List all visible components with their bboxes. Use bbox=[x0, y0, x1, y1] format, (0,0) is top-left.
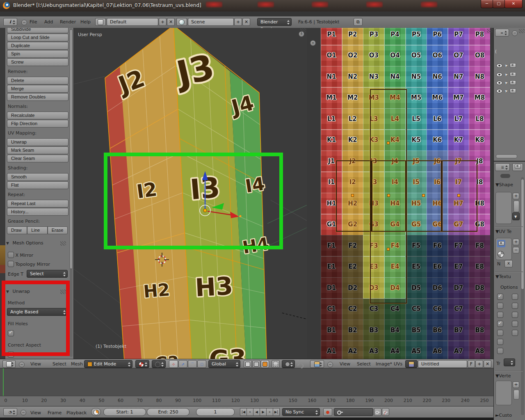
shape-keys-panel-header[interactable]: ▼Shape bbox=[495, 182, 513, 187]
uv-maps-list[interactable] bbox=[495, 238, 512, 260]
option-checkbox[interactable] bbox=[497, 339, 503, 345]
option-checkbox[interactable] bbox=[512, 312, 518, 318]
uv-map-active-item[interactable] bbox=[497, 240, 505, 247]
object-data-tab-button[interactable] bbox=[512, 163, 523, 171]
tool-button-flat[interactable]: Flat bbox=[7, 181, 68, 189]
option-checkbox[interactable] bbox=[497, 312, 503, 318]
vertex-select-mode-button[interactable] bbox=[244, 360, 252, 368]
add-scene-button[interactable]: + bbox=[234, 18, 242, 26]
uv-menu-image[interactable]: Image* bbox=[376, 361, 392, 367]
tool-button-history-[interactable]: History... bbox=[7, 208, 68, 216]
delete-scene-button[interactable]: ✕ bbox=[242, 18, 250, 26]
edge-select-mode-button[interactable] bbox=[252, 360, 260, 368]
texture-panel-header[interactable]: ▼Textu bbox=[495, 274, 511, 279]
delete-layout-button[interactable]: ✕ bbox=[167, 18, 175, 26]
editor-type-image-button[interactable] bbox=[310, 360, 324, 368]
outliner-editor[interactable]: ≡ − ( ➤➤➤➤ bbox=[494, 28, 525, 162]
uv-face-center-dot[interactable] bbox=[387, 248, 390, 251]
custom-properties-panel-header[interactable]: ►Custo bbox=[495, 413, 512, 418]
remove-uv-map-button[interactable]: − bbox=[513, 247, 519, 253]
face-select-mode-button[interactable] bbox=[261, 360, 269, 368]
image-name-field[interactable]: Untitled bbox=[418, 360, 467, 368]
renderability-camera-icon[interactable] bbox=[510, 72, 516, 77]
uv-face-center-dot[interactable] bbox=[351, 194, 354, 197]
viewport-menu-view[interactable]: View bbox=[30, 361, 41, 367]
next-keyframe-button[interactable]: » bbox=[266, 408, 273, 416]
shape-key-specials-menu[interactable]: ▼ bbox=[512, 212, 520, 220]
panel-mesh-options-header[interactable]: ▼ Mesh Options bbox=[6, 240, 68, 247]
option-checkbox[interactable] bbox=[497, 330, 503, 336]
viewport-menu-mesh[interactable]: Mesh bbox=[71, 361, 83, 367]
tool-button-spin[interactable]: Spin bbox=[7, 50, 68, 58]
collapse-menus-icon[interactable]: − bbox=[19, 362, 25, 368]
topology-mirror-checkbox[interactable] bbox=[8, 261, 14, 267]
screen-layout-icon-button[interactable] bbox=[95, 18, 106, 26]
collapse-menus-icon[interactable]: − bbox=[327, 362, 333, 368]
option-checkbox[interactable] bbox=[512, 321, 518, 327]
selectability-cursor-icon[interactable]: ➤ bbox=[504, 88, 509, 94]
keying-set-field[interactable] bbox=[334, 408, 373, 416]
editor-type-timeline-button[interactable]: ◔ bbox=[3, 408, 17, 416]
option-checkbox[interactable]: ✓ bbox=[497, 321, 503, 327]
play-button[interactable]: ▶ bbox=[260, 408, 267, 416]
editor-type-properties-button[interactable]: ☰ bbox=[495, 163, 510, 171]
current-frame-field[interactable]: 1 bbox=[196, 408, 235, 416]
scale-manipulator-button[interactable]: ◻ bbox=[197, 360, 206, 368]
uv-face-center-dot[interactable] bbox=[422, 194, 425, 197]
tool-button-merge[interactable]: Merge bbox=[7, 85, 68, 93]
vertex-groups-list[interactable] bbox=[495, 381, 512, 405]
option-checkbox[interactable] bbox=[512, 303, 518, 309]
preview-range-button[interactable] bbox=[91, 408, 101, 416]
unlink-image-button[interactable]: ✕ bbox=[484, 360, 491, 368]
outliner-hscrollbar[interactable] bbox=[496, 154, 517, 158]
tool-button-recalculate[interactable]: Recalculate bbox=[7, 112, 68, 119]
minimize-button[interactable]: ─ bbox=[481, 0, 493, 8]
translate-manipulator-button[interactable]: ➚ bbox=[178, 360, 187, 368]
add-shape-key-button[interactable]: + bbox=[513, 193, 519, 199]
uv-maps-panel-header[interactable]: ▼UV Te bbox=[495, 229, 511, 234]
tool-button-repeat-last[interactable]: Repeat Last bbox=[7, 200, 68, 208]
tool-button-erase[interactable]: Erase bbox=[48, 226, 68, 234]
corner-resize-grip[interactable] bbox=[487, 28, 493, 33]
timeline-menu-playback[interactable]: Playback bbox=[66, 410, 87, 415]
shape-key-mini-scroll[interactable] bbox=[514, 201, 519, 212]
manipulator-toggle-button[interactable]: ⊹ bbox=[169, 360, 178, 368]
render-engine-select[interactable]: Blender Render bbox=[257, 18, 292, 26]
sync-mode-select[interactable]: No Sync bbox=[282, 408, 320, 416]
uv-image-editor[interactable]: + P1P2P3P4P5P6P7P8O1O2O3O4O5O6O7O8N1N2N3… bbox=[307, 28, 493, 359]
toolshelf-region-plus-icon[interactable]: + bbox=[310, 40, 316, 46]
tool-button-flip-direction[interactable]: Flip Direction bbox=[7, 120, 68, 128]
collapse-menus-icon[interactable]: − bbox=[21, 410, 26, 415]
properties-scrollbar-thumb[interactable] bbox=[521, 179, 524, 290]
editor-type-info-button[interactable]: i bbox=[3, 18, 17, 26]
scene-icon-button[interactable] bbox=[176, 18, 187, 26]
tool-button-loop-cut-and-slide[interactable]: Loop Cut and Slide bbox=[7, 34, 68, 41]
vertex-group-mini-scroll[interactable] bbox=[514, 390, 519, 399]
topbar-menu-add[interactable]: Add bbox=[44, 19, 53, 25]
timeline-menu-view[interactable]: View bbox=[30, 410, 41, 415]
orientation-select[interactable]: Global bbox=[208, 360, 240, 368]
visibility-eye-icon[interactable] bbox=[496, 64, 502, 68]
delete-keyframe-button[interactable]: ╱ bbox=[382, 408, 389, 416]
x-mirror-checkbox[interactable] bbox=[8, 252, 14, 258]
visibility-eye-icon[interactable] bbox=[496, 81, 502, 85]
rotate-manipulator-button[interactable]: ⌒ bbox=[188, 360, 197, 368]
close-button[interactable]: ✕ bbox=[504, 0, 523, 8]
insert-keyframe-button[interactable] bbox=[374, 408, 381, 416]
tool-button-screw[interactable]: Screw bbox=[7, 58, 68, 66]
renderability-camera-icon[interactable] bbox=[510, 89, 516, 93]
uv-menu-uvs[interactable]: UVs bbox=[394, 361, 402, 367]
new-image-button[interactable]: + bbox=[475, 360, 483, 368]
limit-to-visible-button[interactable] bbox=[272, 360, 280, 368]
add-layout-button[interactable]: + bbox=[159, 18, 167, 26]
tool-button-unwrap[interactable]: Unwrap bbox=[7, 138, 68, 146]
tool-shelf-scrollbar-thumb[interactable] bbox=[70, 29, 73, 269]
uv-face-center-dot[interactable] bbox=[457, 194, 460, 197]
tool-button-draw[interactable]: Draw bbox=[7, 226, 27, 234]
maximize-button[interactable]: ▢ bbox=[493, 0, 505, 8]
visibility-eye-icon[interactable] bbox=[496, 73, 502, 77]
timeline-menu-frame[interactable]: Frame bbox=[48, 410, 62, 415]
collapse-menus-icon[interactable]: − bbox=[512, 30, 518, 36]
fake-user-button[interactable]: F bbox=[468, 360, 475, 368]
prev-keyframe-button[interactable]: « bbox=[247, 408, 253, 416]
